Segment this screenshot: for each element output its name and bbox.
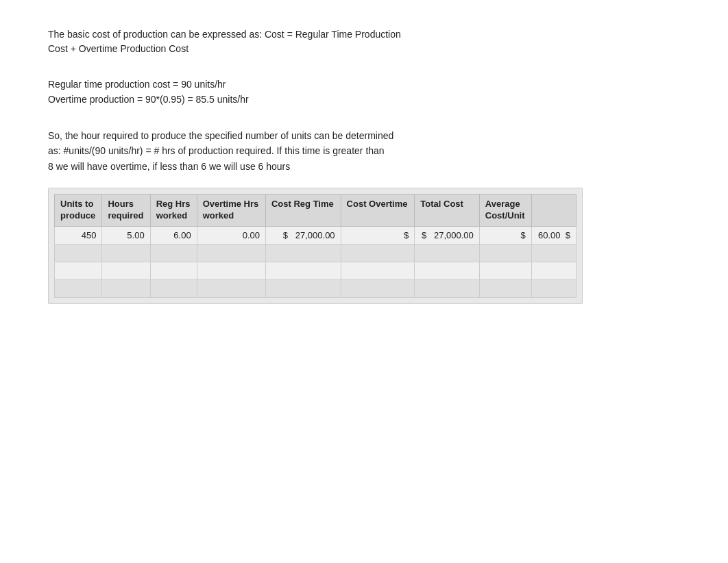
cell-empty xyxy=(55,262,102,279)
cell-empty xyxy=(341,262,415,279)
cell-empty xyxy=(479,244,531,262)
description-block: So, the hour required to produce the spe… xyxy=(48,128,680,174)
cell-avg: $ xyxy=(479,226,531,244)
formula-block: Regular time production cost = 90 units/… xyxy=(48,77,680,108)
desc-line1: So, the hour required to produce the spe… xyxy=(48,128,680,143)
col-header-cost-reg: Cost Reg Time xyxy=(265,194,341,226)
desc-line3: 8 we will have overtime, if less than 6 … xyxy=(48,159,680,174)
cell-empty xyxy=(150,279,197,297)
cell-empty xyxy=(150,244,197,262)
col-header-total: Total Cost xyxy=(415,194,479,226)
table-row-empty2 xyxy=(55,262,577,279)
cell-empty xyxy=(265,244,341,262)
cell-empty xyxy=(55,244,102,262)
cell-empty xyxy=(341,279,415,297)
cell-empty xyxy=(197,244,265,262)
table-row-empty3 xyxy=(55,279,577,297)
cell-empty xyxy=(102,279,150,297)
intro-block: The basic cost of production can be expr… xyxy=(48,27,680,56)
cell-empty xyxy=(150,262,197,279)
cell-total: $ 27,000.00 xyxy=(415,226,479,244)
cell-empty xyxy=(531,262,576,279)
cell-empty xyxy=(531,279,576,297)
cell-reg-hrs: 6.00 xyxy=(150,226,197,244)
cell-empty xyxy=(197,262,265,279)
col-header-avg: AverageCost/Unit xyxy=(479,194,531,226)
col-header-cost-ot: Cost Overtime xyxy=(341,194,415,226)
desc-line2: as: #units/(90 units/hr) = # hrs of prod… xyxy=(48,143,680,158)
formula-line2: Overtime production = 90*(0.95) = 85.5 u… xyxy=(48,92,680,107)
production-table-container: Units toproduce Hoursrequired Reg Hrswor… xyxy=(48,188,583,304)
col-header-ot-hrs: Overtime Hrsworked xyxy=(197,194,265,226)
intro-line1: The basic cost of production can be expr… xyxy=(48,27,680,42)
cell-empty xyxy=(197,279,265,297)
table-row-empty1 xyxy=(55,244,577,262)
cell-empty xyxy=(415,279,479,297)
cell-empty xyxy=(102,262,150,279)
cell-ot-hrs: 0.00 xyxy=(197,226,265,244)
col-header-extra xyxy=(531,194,576,226)
cell-empty xyxy=(415,244,479,262)
cell-empty xyxy=(265,279,341,297)
cell-hours: 5.00 xyxy=(102,226,150,244)
cell-cost-ot: $ xyxy=(341,226,415,244)
cell-extra: 60.00 $ xyxy=(531,226,576,244)
col-header-units: Units toproduce xyxy=(55,194,102,226)
cell-empty xyxy=(479,279,531,297)
cell-empty xyxy=(265,262,341,279)
cell-empty xyxy=(415,262,479,279)
table-row: 450 5.00 6.00 0.00 $ 27,000.00 $ $ 27,00… xyxy=(55,226,577,244)
cell-empty xyxy=(341,244,415,262)
cell-empty xyxy=(531,244,576,262)
content-area: The basic cost of production can be expr… xyxy=(0,0,728,331)
formula-line1: Regular time production cost = 90 units/… xyxy=(48,77,680,92)
cell-units: 450 xyxy=(55,226,102,244)
cell-empty xyxy=(102,244,150,262)
cell-empty xyxy=(479,262,531,279)
production-table: Units toproduce Hoursrequired Reg Hrswor… xyxy=(54,194,577,298)
col-header-hours: Hoursrequired xyxy=(102,194,150,226)
cell-empty xyxy=(55,279,102,297)
col-header-reg-hrs: Reg Hrsworked xyxy=(150,194,197,226)
intro-line2: Cost + Overtime Production Cost xyxy=(48,42,680,56)
cell-cost-reg: $ 27,000.00 xyxy=(265,226,341,244)
